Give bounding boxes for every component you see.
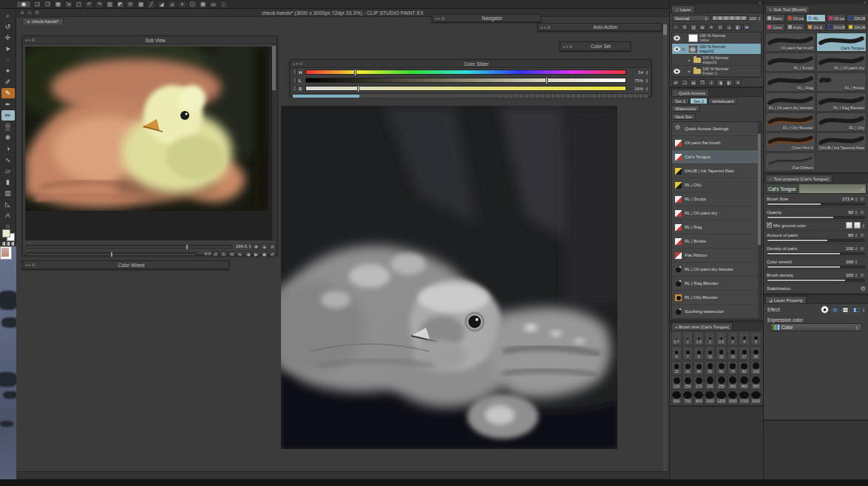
operation-tool[interactable]: ➤ <box>1 44 15 54</box>
sub-tool-brush[interactable]: RL | Oily <box>816 112 867 132</box>
brush-size-cell[interactable]: 15 <box>728 346 739 360</box>
blend-tool[interactable]: ◑ <box>1 144 15 154</box>
no-edit-icon[interactable]: ⊘ <box>269 243 276 249</box>
info-icon[interactable]: ⓘ <box>189 1 197 8</box>
brush-size-cell[interactable]: 500 <box>750 376 762 390</box>
setting-spinner-icon[interactable] <box>855 260 858 264</box>
quick-access-item[interactable]: RL | Oily <box>672 178 761 192</box>
new-raster-layer-icon[interactable]: ❏ <box>681 79 688 86</box>
h-slider-thumb[interactable] <box>354 69 356 76</box>
l-slider[interactable] <box>305 78 626 83</box>
undo-icon[interactable]: ↶ <box>85 1 93 8</box>
brush-size-cell[interactable]: 60 <box>716 361 726 375</box>
sub-tool-group-tab[interactable]: Oil pa <box>827 14 847 22</box>
fit-to-window-icon[interactable]: ❖ <box>253 243 260 249</box>
line-width-icon[interactable]: ╱ <box>147 1 155 8</box>
brush-size-cell[interactable]: 200 <box>705 376 715 390</box>
layer-expand-icon[interactable]: ▸ <box>688 69 692 73</box>
quick-access-item[interactable]: DAUB | Ink Tapered Raw <box>672 164 761 178</box>
thumbnail-toggle-icon[interactable]: ▫ <box>672 24 679 30</box>
opacity-spinner-icon[interactable] <box>758 16 761 21</box>
brush-size-cell[interactable]: 30 <box>682 361 693 375</box>
next-image-icon[interactable]: ▶ <box>253 251 260 257</box>
s-slider-spinner-icon[interactable] <box>645 87 648 91</box>
layer-ruler-icon[interactable]: ⊿ <box>725 24 733 30</box>
quick-access-item[interactable]: RL | Oil paint dry <box>672 206 761 220</box>
setting-slider[interactable] <box>767 266 865 269</box>
brush-size-cell[interactable]: 400 <box>739 376 750 390</box>
l-slider-thumb[interactable] <box>546 77 548 84</box>
delete-layer-icon[interactable]: ✕ <box>734 79 742 86</box>
canvas-painting[interactable] <box>281 106 617 449</box>
color-slider-header[interactable]: ◂▾⊟ Color Slider <box>291 60 651 68</box>
navigator-panel[interactable]: ◂▾⊟ Navigator <box>432 14 541 22</box>
sub-tool-brush[interactable]: RL | Oil paint dry blender <box>765 92 816 112</box>
layer-thumbnail[interactable] <box>688 45 698 53</box>
new-layer-folder-icon[interactable]: ▤ <box>690 79 697 86</box>
grid-view-icon[interactable]: ▦ <box>199 1 207 8</box>
brush-size-cell[interactable]: 1 <box>682 331 693 345</box>
brush-size-cell[interactable]: 800 <box>694 391 704 405</box>
setting-slider[interactable] <box>767 252 865 255</box>
brush-size-cell[interactable]: 80 <box>739 361 750 375</box>
document-tab[interactable]: check-hands* <box>22 18 64 24</box>
panel-menu-icon[interactable]: ▾ <box>566 44 569 49</box>
text-tool[interactable]: A <box>1 210 15 220</box>
tab-layer-property[interactable]: ◪ Layer Property <box>765 296 807 303</box>
sub-tool-brush[interactable]: DAUB | Ink Tapered Raw <box>816 132 867 152</box>
setting-spinner-icon[interactable] <box>862 223 865 228</box>
brush-size-cell[interactable]: 600 <box>671 391 682 405</box>
layer-thumbnail[interactable] <box>688 34 698 42</box>
panel-dock-icon[interactable]: ◂ <box>25 38 27 42</box>
new-set-button[interactable]: New Set <box>671 113 696 120</box>
sub-tool-group-tab[interactable]: Oil & <box>806 23 826 31</box>
open-file-icon[interactable]: ❐ <box>44 1 52 8</box>
sub-tool-group-tab[interactable]: DAUB <box>847 23 867 31</box>
figure-tool[interactable]: ◺ <box>1 199 15 209</box>
brush-size-cell[interactable]: 5 <box>750 331 762 345</box>
panel-minimize-icon[interactable]: ⊟ <box>441 16 444 21</box>
clip-studio-logo-icon[interactable]: ◉ <box>16 1 31 8</box>
sub-tool-brush[interactable]: RL | Sculpt <box>765 53 816 72</box>
zoom-tool[interactable]: ⌕ <box>1 10 15 21</box>
brush-size-cell[interactable]: 12 <box>716 346 726 360</box>
layer-row[interactable]: ✎100 % Normalstage02 <box>672 44 761 55</box>
color-slider-scroll-thumb[interactable] <box>293 95 359 98</box>
brush-size-cell[interactable]: 6 <box>671 346 682 360</box>
brush-size-cell[interactable]: 1500 <box>728 391 739 405</box>
sub-tool-group-tab[interactable]: DAUB <box>827 23 847 31</box>
sub-tool-group-tab[interactable]: RL <box>806 14 826 22</box>
eyedropper-tool[interactable]: ✐ <box>1 77 15 87</box>
scale-rotate-icon[interactable]: ⟳ <box>126 1 135 8</box>
brush-size-cell[interactable]: 2000 <box>750 391 762 405</box>
fill-tool[interactable]: ▮ <box>1 177 15 187</box>
brush-size-cell[interactable]: 17 <box>739 346 750 360</box>
invert-selection-icon[interactable]: ◩ <box>116 1 124 8</box>
brush-size-cell[interactable]: 4 <box>739 331 750 345</box>
brush-size-cell[interactable]: 70 <box>728 361 739 375</box>
auto-select-tool[interactable]: ✦ <box>1 66 15 76</box>
brush-size-cell[interactable]: 8 <box>694 346 704 360</box>
sub-tool-brush[interactable]: RL | Bristle <box>816 72 867 92</box>
brush-size-cell[interactable]: 100 <box>750 361 762 375</box>
rotate-right-icon[interactable]: ↻ <box>220 251 227 257</box>
panel-minimize-icon[interactable]: ⊟ <box>299 61 302 66</box>
quick-access-set-tab[interactable]: Set 2 <box>690 98 708 104</box>
quick-access-item[interactable]: Soothing watercolor <box>672 305 761 319</box>
expression-color-select[interactable]: Color <box>770 323 862 331</box>
snap-guide-icon[interactable]: ⌖ <box>178 1 186 8</box>
panel-menu-icon[interactable]: ▾ <box>544 25 546 30</box>
quick-access-item[interactable]: RL | Rag Blender <box>672 277 761 291</box>
previous-image-icon[interactable]: ◀ <box>245 251 251 257</box>
layer-visibility-toggle[interactable] <box>674 58 680 63</box>
setting-spinner-icon[interactable] <box>855 197 858 201</box>
setting-slider[interactable] <box>767 203 865 206</box>
maximize-window-icon[interactable]: ❒ <box>34 10 40 16</box>
quick-access-set-tab[interactable]: Set 1 <box>671 98 689 104</box>
sub-view-header[interactable]: ◂▾⊟ Sub View <box>23 36 277 44</box>
s-slider-thumb[interactable] <box>357 85 359 92</box>
tool-property-settings-icon[interactable]: ⚙ <box>861 286 866 292</box>
h-slider[interactable] <box>305 70 626 75</box>
eyedropper-mode-icon[interactable]: ✐ <box>269 251 276 257</box>
foreground-color-swatch[interactable] <box>2 229 10 237</box>
